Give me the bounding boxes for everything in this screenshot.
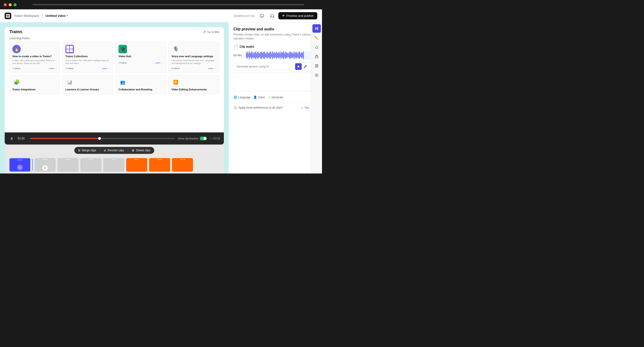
waveform-bar [272, 51, 273, 59]
waveform-bar [296, 52, 296, 59]
svg-rect-12 [317, 66, 318, 67]
merge-icon: ⊞ [78, 149, 80, 152]
generate-speech-row: 🎤 ⬆ [234, 63, 317, 70]
updated-status: Updated just now [233, 14, 255, 17]
reorder-clips-button[interactable]: ⇄ Reorder clips [100, 147, 128, 154]
thumbnail-3[interactable] [58, 158, 78, 172]
minimize-button[interactable] [9, 3, 12, 6]
waveform-bar [295, 53, 295, 58]
thumb-divider [32, 159, 33, 171]
card-2-title: Trainn Collections [66, 55, 110, 58]
waveform-bar [261, 52, 262, 59]
ai-generate-icon-button[interactable] [295, 63, 302, 70]
waveform-bar [254, 52, 254, 58]
preview-publish-button[interactable]: 👁 Preview and publish [278, 12, 317, 19]
add-circle-icon-button[interactable] [312, 71, 321, 79]
generate-button[interactable]: ✓ Generate [268, 95, 283, 99]
waveform-bar [263, 52, 264, 58]
waveform-bar [287, 53, 288, 58]
edit-icon-button[interactable]: ✏️ [312, 34, 321, 42]
svg-rect-1 [8, 14, 10, 16]
headphone-icon-button[interactable] [268, 12, 276, 20]
eraser-icon-button[interactable] [312, 43, 321, 51]
card-3: 🎓 Video Hub 2 VideosLearn → [116, 42, 166, 73]
apply-voice-row: 📋 Apply voice preferences to all clips? … [234, 103, 317, 112]
audio-panel-icon-button[interactable] [312, 24, 321, 33]
delete-icon: 🗑 [132, 149, 134, 152]
workspace-name: Yoda's Workspace [14, 14, 39, 17]
close-button[interactable] [4, 3, 7, 6]
eye-icon: 👁 [282, 14, 285, 17]
address-bar [32, 4, 304, 5]
people-icon: 👥 [118, 78, 127, 86]
waveform-bar [274, 52, 275, 58]
thumbnail-2[interactable]: + [34, 158, 56, 172]
thumbnail-7[interactable] [149, 158, 170, 172]
merge-clips-button[interactable]: ⊞ Merge clips [74, 147, 100, 154]
waveform-bar [292, 52, 292, 58]
waveform-bar [258, 52, 259, 58]
waveform-container [245, 51, 310, 59]
progress-fill [30, 138, 100, 139]
waveform-bar [278, 52, 278, 58]
thumbnail-8[interactable] [172, 158, 193, 172]
waveform-bar [282, 53, 282, 58]
card-3-footer: 2 VideosLearn → [118, 62, 163, 64]
layout-icon-button[interactable] [312, 62, 321, 70]
progress-bar[interactable] [30, 138, 175, 139]
trainn-logo: Trainn. [9, 29, 23, 34]
show-clip-timeline-label: Show clip timeline [178, 137, 207, 140]
waveform-bar [285, 52, 286, 59]
file-audio-icon: 📄 [234, 44, 238, 49]
monitor-icon-button[interactable] [258, 12, 266, 20]
bottom-toolbar: ⊞ Merge clips ⇄ Reorder clips 🗑 Delete c… [5, 145, 224, 156]
waveform-bar [268, 52, 268, 58]
main-content: Trainn. 🔗 Go to Wiki Learning Paths 🔥 Ho… [0, 22, 322, 173]
delete-clips-button[interactable]: 🗑 Delete clips [128, 147, 154, 154]
voice-selector[interactable]: 👤 Voice [253, 95, 265, 99]
card-5-title: Trainn Integrations [12, 88, 57, 91]
video-play-icon: ▶️ [172, 78, 180, 86]
waveform-bar [247, 52, 248, 59]
waveform-bar [254, 53, 255, 58]
clip-timeline-toggle[interactable] [200, 137, 207, 140]
video-title[interactable]: Untitled video ▾ [46, 14, 68, 17]
voiceover-icon: 🎙️ [172, 45, 180, 53]
svg-rect-11 [317, 64, 318, 66]
waveform-bar [248, 53, 249, 57]
fill-icon-button[interactable] [312, 52, 321, 61]
card-6: 📊 Learners & Learner Groups [62, 75, 113, 94]
waveform-bar [249, 51, 250, 59]
svg-rect-7 [315, 27, 316, 30]
waveform-bar [298, 52, 299, 58]
titlebar [0, 0, 322, 9]
waveform-bar [296, 52, 297, 58]
card-2-desc: Group videos into collections making it … [66, 59, 110, 65]
waveform-row: 00:48s [234, 51, 317, 59]
waveform-bar [262, 53, 263, 58]
waveform-bar [252, 52, 252, 59]
svg-rect-8 [316, 27, 317, 29]
voice-icon: 👤 [253, 95, 257, 99]
card-1-footer: 7 VideosLearn → [12, 67, 57, 70]
thumbnail-5[interactable] [103, 158, 124, 172]
microphone-icon-button[interactable]: 🎤 [302, 63, 309, 70]
card-8-title: Video Editing Enhancements [172, 88, 216, 91]
card-2: Trainn Collections Group videos into col… [62, 42, 113, 73]
waveform-bar [270, 52, 271, 59]
fullscreen-button[interactable] [14, 3, 16, 6]
lvg-row: 🌐 Language 👤 Voice ✓ Generate [234, 95, 317, 99]
thumbnail-1[interactable]: ✏️ [9, 158, 30, 172]
thumbnail-4[interactable] [80, 158, 102, 172]
waveform-bar [266, 52, 267, 59]
card-1-desc: Create, edit, customize and publish vide… [12, 59, 57, 65]
learning-paths-title: Learning Paths [5, 37, 224, 42]
speech-textarea[interactable] [234, 73, 317, 91]
waveform-bar [279, 52, 280, 58]
add-clip-icon[interactable]: + [42, 165, 48, 171]
thumbnail-6[interactable] [126, 158, 147, 172]
card-5: 🧩 Trainn Integrations [9, 75, 60, 94]
pause-button[interactable]: ⏸ [8, 135, 15, 142]
language-selector[interactable]: 🌐 Language [234, 95, 250, 99]
generate-speech-input[interactable] [234, 63, 294, 70]
